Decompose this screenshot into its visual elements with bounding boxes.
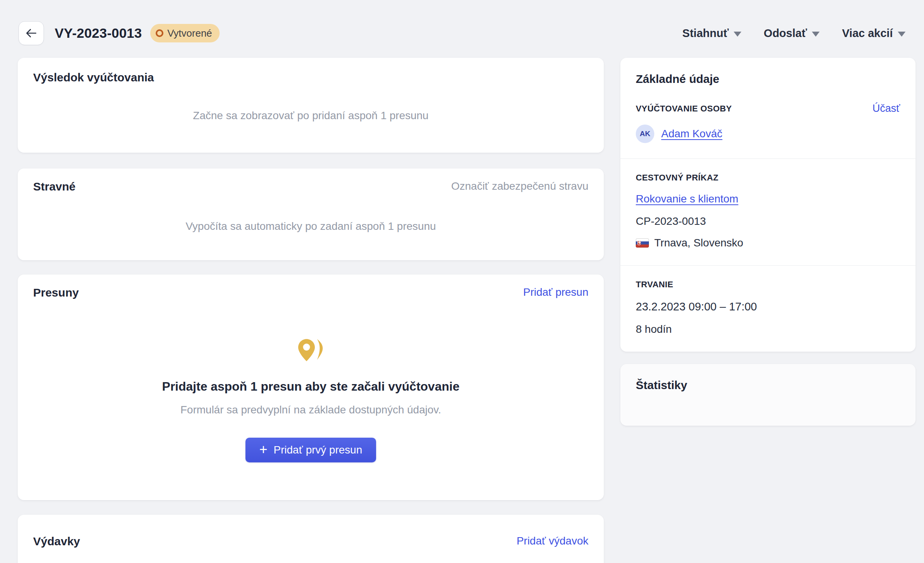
chevron-down-icon bbox=[734, 32, 741, 37]
person-section-label: VYÚČTOVANIE OSOBY bbox=[636, 104, 732, 114]
status-badge: Vytvorené bbox=[150, 24, 220, 42]
send-label: Odoslať bbox=[764, 27, 807, 40]
statistics-title: Štatistiky bbox=[636, 379, 900, 392]
travel-order-code: CP-2023-0013 bbox=[636, 215, 900, 228]
meals-empty-text: Vypočíta sa automaticky po zadaní aspoň … bbox=[33, 220, 588, 233]
status-ring-icon bbox=[156, 29, 163, 37]
add-first-transfer-label: Pridať prvý presun bbox=[274, 444, 362, 456]
back-button[interactable] bbox=[18, 21, 44, 45]
transfers-empty-heading: Pridajte aspoň 1 presun aby ste začali v… bbox=[162, 379, 460, 394]
back-arrow-icon bbox=[25, 28, 37, 38]
settlement-result-card: Výsledok vyúčtovania Začne sa zobrazovať… bbox=[18, 58, 604, 153]
chevron-down-icon bbox=[898, 32, 906, 37]
chevron-down-icon bbox=[812, 32, 820, 37]
duration-range: 23.2.2023 09:00 – 17:00 bbox=[636, 300, 900, 313]
meals-card: Stravné Označiť zabezpečenú stravu Vypoč… bbox=[18, 169, 604, 260]
status-badge-label: Vytvorené bbox=[167, 27, 212, 39]
transfers-card: Presuny Pridať presun Pridajte aspoň 1 p… bbox=[18, 275, 604, 500]
add-transfer-link[interactable]: Pridať presun bbox=[523, 286, 588, 298]
main-column: Výsledok vyúčtovania Začne sa zobrazovať… bbox=[18, 58, 604, 563]
add-expense-link[interactable]: Pridať výdavok bbox=[517, 535, 588, 547]
slovakia-flag-icon bbox=[636, 238, 649, 248]
settlement-result-empty-text: Začne sa zobrazovať po pridaní aspoň 1 p… bbox=[33, 110, 588, 122]
settlement-result-title: Výsledok vyúčtovania bbox=[33, 71, 588, 84]
header-actions: Stiahnuť Odoslať Viac akcií bbox=[682, 27, 906, 40]
statistics-card: Štatistiky bbox=[620, 364, 916, 426]
send-dropdown-button[interactable]: Odoslať bbox=[764, 27, 820, 40]
plus-icon: + bbox=[259, 443, 267, 457]
transfers-empty-subtitle: Formulár sa predvyplní na základe dostup… bbox=[180, 404, 441, 416]
travel-order-location: Trnava, Slovensko bbox=[654, 237, 743, 249]
more-actions-label: Viac akcií bbox=[842, 27, 893, 40]
meals-title: Stravné bbox=[33, 180, 76, 193]
participation-link[interactable]: Účasť bbox=[872, 103, 900, 115]
page-title: VY-2023-0013 bbox=[55, 25, 142, 41]
travel-order-section: CESTOVNÝ PRÍKAZ Rokovanie s klientom CP-… bbox=[620, 159, 916, 265]
download-label: Stiahnuť bbox=[682, 27, 729, 40]
travel-order-label: CESTOVNÝ PRÍKAZ bbox=[636, 173, 900, 183]
mark-provided-meals-action[interactable]: Označiť zabezpečenú stravu bbox=[451, 180, 588, 192]
basic-info-title: Základné údaje bbox=[636, 72, 900, 86]
page-header: VY-2023-0013 Vytvorené Stiahnuť Odoslať … bbox=[18, 21, 906, 46]
avatar: AK bbox=[636, 125, 654, 143]
transfers-title: Presuny bbox=[33, 286, 79, 299]
person-section: VYÚČTOVANIE OSOBY Účasť AK Adam Kováč bbox=[620, 86, 916, 158]
expenses-title: Výdavky bbox=[33, 535, 80, 548]
person-name-link[interactable]: Adam Kováč bbox=[661, 128, 722, 140]
duration-label: TRVANIE bbox=[636, 280, 900, 290]
more-actions-dropdown-button[interactable]: Viac akcií bbox=[842, 27, 906, 40]
duration-section: TRVANIE 23.2.2023 09:00 – 17:00 8 hodín bbox=[620, 266, 916, 352]
basic-info-card: Základné údaje VYÚČTOVANIE OSOBY Účasť A… bbox=[620, 58, 916, 352]
duration-total: 8 hodín bbox=[636, 323, 900, 335]
travel-order-link[interactable]: Rokovanie s klientom bbox=[636, 193, 738, 205]
map-pin-icon bbox=[297, 338, 325, 362]
expenses-card: Výdavky Pridať výdavok bbox=[18, 515, 604, 563]
sidebar: Základné údaje VYÚČTOVANIE OSOBY Účasť A… bbox=[620, 58, 916, 426]
download-dropdown-button[interactable]: Stiahnuť bbox=[682, 27, 741, 40]
add-first-transfer-button[interactable]: + Pridať prvý presun bbox=[245, 438, 376, 462]
